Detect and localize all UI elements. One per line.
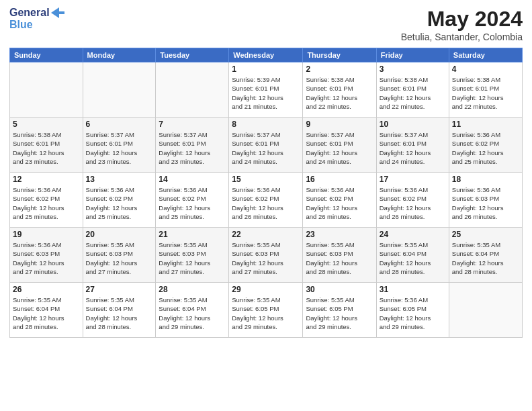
day-number: 29 [232,285,300,294]
col-wednesday: Wednesday [229,48,303,62]
day-info: Sunrise: 5:37 AM Sunset: 6:01 PM Dayligh… [380,130,446,166]
calendar-week-row: 26Sunrise: 5:35 AM Sunset: 6:04 PM Dayli… [10,283,523,338]
day-info: Sunrise: 5:36 AM Sunset: 6:02 PM Dayligh… [13,185,80,221]
title-area: May 2024 Betulia, Santander, Colombia [401,7,523,42]
day-info: Sunrise: 5:38 AM Sunset: 6:01 PM Dayligh… [452,75,519,111]
logo-arrow-icon [51,7,64,18]
calendar-day-cell: 20Sunrise: 5:35 AM Sunset: 6:03 PM Dayli… [83,228,156,283]
day-info: Sunrise: 5:35 AM Sunset: 6:03 PM Dayligh… [306,240,373,276]
day-info: Sunrise: 5:36 AM Sunset: 6:02 PM Dayligh… [159,185,226,221]
calendar-day-cell: 16Sunrise: 5:36 AM Sunset: 6:02 PM Dayli… [303,173,376,228]
svg-marker-0 [51,7,64,18]
calendar-day-cell: 6Sunrise: 5:37 AM Sunset: 6:01 PM Daylig… [83,118,156,173]
day-number: 11 [452,120,519,129]
calendar-day-cell: 9Sunrise: 5:37 AM Sunset: 6:01 PM Daylig… [303,118,376,173]
calendar-day-cell: 7Sunrise: 5:37 AM Sunset: 6:01 PM Daylig… [156,118,229,173]
day-number: 27 [86,285,153,294]
calendar-day-cell: 21Sunrise: 5:35 AM Sunset: 6:03 PM Dayli… [156,228,229,283]
day-number: 6 [86,120,153,129]
col-sunday: Sunday [10,48,83,62]
calendar-header-row: Sunday Monday Tuesday Wednesday Thursday… [10,48,523,62]
day-info: Sunrise: 5:36 AM Sunset: 6:02 PM Dayligh… [86,185,153,221]
col-thursday: Thursday [303,48,376,62]
day-number: 31 [380,285,446,294]
day-number: 19 [13,230,80,239]
calendar-day-cell: 23Sunrise: 5:35 AM Sunset: 6:03 PM Dayli… [303,228,376,283]
day-info: Sunrise: 5:35 AM Sunset: 6:04 PM Dayligh… [380,240,446,276]
calendar-day-cell: 31Sunrise: 5:36 AM Sunset: 6:05 PM Dayli… [376,283,449,338]
logo: General Blue [9,7,64,30]
calendar-week-row: 12Sunrise: 5:36 AM Sunset: 6:02 PM Dayli… [10,173,523,228]
calendar-day-cell [449,283,522,338]
day-info: Sunrise: 5:37 AM Sunset: 6:01 PM Dayligh… [232,130,300,166]
calendar-day-cell: 25Sunrise: 5:35 AM Sunset: 6:04 PM Dayli… [449,228,522,283]
calendar-day-cell: 18Sunrise: 5:36 AM Sunset: 6:03 PM Dayli… [449,173,522,228]
day-info: Sunrise: 5:38 AM Sunset: 6:01 PM Dayligh… [380,75,446,111]
calendar-day-cell: 4Sunrise: 5:38 AM Sunset: 6:01 PM Daylig… [449,62,522,118]
calendar-day-cell: 2Sunrise: 5:38 AM Sunset: 6:01 PM Daylig… [303,62,376,118]
day-number: 22 [232,230,300,239]
day-number: 24 [380,230,446,239]
logo-general: General [9,7,50,19]
col-friday: Friday [376,48,449,62]
day-number: 18 [452,175,519,184]
col-tuesday: Tuesday [156,48,229,62]
col-saturday: Saturday [449,48,522,62]
day-number: 5 [13,120,80,129]
day-number: 2 [306,64,373,74]
day-number: 16 [306,175,373,184]
calendar-day-cell: 5Sunrise: 5:38 AM Sunset: 6:01 PM Daylig… [10,118,83,173]
day-number: 14 [159,175,226,184]
calendar-day-cell: 13Sunrise: 5:36 AM Sunset: 6:02 PM Dayli… [83,173,156,228]
calendar-day-cell [156,62,229,118]
day-info: Sunrise: 5:35 AM Sunset: 6:03 PM Dayligh… [86,240,153,276]
day-info: Sunrise: 5:36 AM Sunset: 6:02 PM Dayligh… [232,185,300,221]
day-info: Sunrise: 5:36 AM Sunset: 6:02 PM Dayligh… [452,130,519,166]
month-title: May 2024 [401,7,523,32]
day-info: Sunrise: 5:37 AM Sunset: 6:01 PM Dayligh… [86,130,153,166]
day-info: Sunrise: 5:35 AM Sunset: 6:04 PM Dayligh… [13,295,80,331]
calendar-day-cell: 10Sunrise: 5:37 AM Sunset: 6:01 PM Dayli… [376,118,449,173]
day-number: 23 [306,230,373,239]
day-number: 4 [452,64,519,74]
day-info: Sunrise: 5:37 AM Sunset: 6:01 PM Dayligh… [306,130,373,166]
calendar-day-cell: 19Sunrise: 5:36 AM Sunset: 6:03 PM Dayli… [10,228,83,283]
day-number: 8 [232,120,300,129]
calendar-day-cell: 12Sunrise: 5:36 AM Sunset: 6:02 PM Dayli… [10,173,83,228]
day-number: 3 [380,64,446,74]
day-number: 12 [13,175,80,184]
day-number: 10 [380,120,446,129]
day-info: Sunrise: 5:38 AM Sunset: 6:01 PM Dayligh… [306,75,373,111]
calendar-day-cell: 11Sunrise: 5:36 AM Sunset: 6:02 PM Dayli… [449,118,522,173]
day-info: Sunrise: 5:35 AM Sunset: 6:04 PM Dayligh… [452,240,519,276]
day-info: Sunrise: 5:36 AM Sunset: 6:02 PM Dayligh… [306,185,373,221]
day-info: Sunrise: 5:36 AM Sunset: 6:02 PM Dayligh… [380,185,446,221]
calendar-day-cell: 15Sunrise: 5:36 AM Sunset: 6:02 PM Dayli… [229,173,303,228]
day-number: 21 [159,230,226,239]
calendar-day-cell: 29Sunrise: 5:35 AM Sunset: 6:05 PM Dayli… [229,283,303,338]
location: Betulia, Santander, Colombia [401,32,523,42]
day-number: 13 [86,175,153,184]
calendar-week-row: 1Sunrise: 5:39 AM Sunset: 6:01 PM Daylig… [10,62,523,118]
day-info: Sunrise: 5:35 AM Sunset: 6:03 PM Dayligh… [232,240,300,276]
page-container: General Blue May 2024 Betulia, Santander… [0,0,532,411]
day-number: 9 [306,120,373,129]
calendar-day-cell [83,62,156,118]
calendar-day-cell: 30Sunrise: 5:35 AM Sunset: 6:05 PM Dayli… [303,283,376,338]
calendar-day-cell: 3Sunrise: 5:38 AM Sunset: 6:01 PM Daylig… [376,62,449,118]
col-monday: Monday [83,48,156,62]
calendar-table: Sunday Monday Tuesday Wednesday Thursday… [9,48,523,338]
calendar-day-cell: 22Sunrise: 5:35 AM Sunset: 6:03 PM Dayli… [229,228,303,283]
day-info: Sunrise: 5:38 AM Sunset: 6:01 PM Dayligh… [13,130,80,166]
logo-blue: Blue [9,19,33,31]
day-number: 26 [13,285,80,294]
calendar-day-cell: 8Sunrise: 5:37 AM Sunset: 6:01 PM Daylig… [229,118,303,173]
day-info: Sunrise: 5:36 AM Sunset: 6:03 PM Dayligh… [13,240,80,276]
day-info: Sunrise: 5:35 AM Sunset: 6:05 PM Dayligh… [306,295,373,331]
day-info: Sunrise: 5:37 AM Sunset: 6:01 PM Dayligh… [159,130,226,166]
day-info: Sunrise: 5:35 AM Sunset: 6:04 PM Dayligh… [86,295,153,331]
day-number: 15 [232,175,300,184]
day-info: Sunrise: 5:39 AM Sunset: 6:01 PM Dayligh… [232,75,300,111]
calendar-week-row: 5Sunrise: 5:38 AM Sunset: 6:01 PM Daylig… [10,118,523,173]
calendar-day-cell: 28Sunrise: 5:35 AM Sunset: 6:04 PM Dayli… [156,283,229,338]
